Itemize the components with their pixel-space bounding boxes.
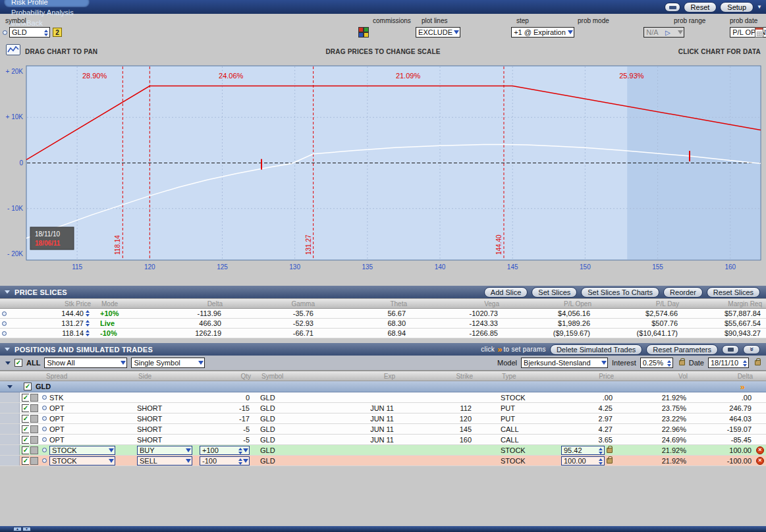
shares-badge[interactable]: 2 — [53, 28, 62, 37]
expand-up-icon[interactable]: ▲ — [13, 527, 22, 531]
spinner-arrows[interactable] — [238, 448, 242, 454]
collapse-panel-button[interactable]: » — [743, 345, 760, 354]
color-swatch-icon[interactable] — [30, 457, 38, 465]
spinner-arrows[interactable] — [238, 458, 242, 465]
date-stepper[interactable]: 18/11/10 — [708, 358, 749, 368]
reorder-button[interactable]: Reorder — [663, 287, 703, 298]
delete-simulated-trades-button[interactable]: Delete Simulated Trades — [550, 344, 642, 355]
row-checkbox[interactable]: ✓ — [22, 425, 29, 433]
color-swatch-icon[interactable] — [30, 425, 38, 433]
spinner-arrows[interactable] — [86, 310, 90, 317]
slice-mode[interactable]: +10% — [95, 309, 134, 318]
strike-cell — [423, 445, 495, 455]
price-stepper[interactable]: 95.42 — [561, 446, 605, 455]
expand-down-icon[interactable]: ▼ — [22, 527, 31, 531]
setup-button[interactable]: Setup — [720, 2, 753, 13]
color-swatch-icon[interactable] — [30, 394, 38, 402]
color-swatch-icon[interactable] — [30, 446, 38, 454]
side-select[interactable]: SELL — [137, 456, 192, 466]
spinner-arrows[interactable] — [599, 458, 603, 465]
price-slice-row[interactable]: 144.40+10%-113.96-35.7656.67-1020.73$4,0… — [0, 309, 766, 319]
slice-mode[interactable]: -10% — [95, 329, 134, 338]
simulated-trade-row[interactable]: ✓STOCKBUY+100GLDSTOCK95.4221.92%100.00× — [0, 445, 766, 456]
symbol-spinner-arrows[interactable] — [44, 30, 48, 36]
play-arrow-icon[interactable]: ▷ — [665, 29, 670, 36]
delete-trade-button[interactable]: × — [756, 446, 764, 454]
set-params-icon[interactable]: » — [497, 345, 501, 354]
collapse-slices-icon[interactable] — [5, 290, 10, 294]
spinner-arrows[interactable] — [743, 360, 747, 367]
row-checkbox[interactable]: ✓ — [22, 404, 29, 412]
bottom-bar: ▲ ▼ — [0, 526, 766, 532]
price-slice-row[interactable]: 118.14-10%1262.19-66.7168.94-1266.85($9,… — [0, 329, 766, 338]
setup-dropdown-arrow-icon[interactable]: ▼ — [757, 4, 762, 10]
position-row[interactable]: ✓OPTSHORT-5GLDJUN 11160CALL3.6524.69%-85… — [0, 435, 766, 445]
price-slice-row[interactable]: 131.27Live466.30-52.9368.30-1243.33$1,98… — [0, 319, 766, 329]
stk-price-stepper[interactable]: 131.27 — [9, 319, 95, 328]
qty-stepper[interactable]: +100 — [200, 446, 250, 455]
set-slices-to-charts-button[interactable]: Set Slices To Charts — [581, 287, 659, 298]
tab-risk-profile[interactable]: Risk Profile — [4, 0, 90, 7]
qty-stepper[interactable]: -100 — [200, 456, 250, 466]
stk-price-stepper[interactable]: 118.14 — [9, 329, 95, 338]
swatch-cell — [29, 435, 40, 444]
commissions-dropdown[interactable]: EXCLUDE — [416, 27, 460, 38]
position-row[interactable]: ✓STK0GLDSTOCK.0021.92%.00 — [0, 392, 766, 403]
commissions-grid-icon[interactable] — [358, 27, 369, 39]
spinner-arrows[interactable] — [86, 320, 90, 327]
row-checkbox[interactable]: ✓ — [22, 457, 29, 465]
price-stepper[interactable]: 100.00 — [561, 456, 605, 466]
print-icon[interactable] — [665, 3, 680, 12]
slice-mode[interactable]: Live — [95, 319, 134, 328]
date-lock-icon[interactable] — [755, 360, 761, 365]
spread-select-value: STOCK — [52, 446, 77, 454]
calendar-icon[interactable] — [755, 27, 763, 38]
collapse-group-icon[interactable] — [7, 385, 13, 388]
dropdown-arrow-icon — [109, 459, 114, 463]
set-slices-button[interactable]: Set Slices — [532, 287, 577, 298]
spinner-arrows[interactable] — [86, 330, 90, 336]
symbol-scope-dropdown[interactable]: Single Symbol — [131, 358, 205, 368]
position-group-row[interactable]: ✓ GLD » — [0, 381, 766, 392]
row-checkbox[interactable]: ✓ — [22, 436, 29, 444]
model-dropdown[interactable]: Bjerksund-Stensland — [521, 358, 608, 368]
probability-label: 28.90% — [82, 72, 107, 80]
position-row[interactable]: ✓OPTSHORT-5GLDJUN 11145CALL4.2722.96%-15… — [0, 424, 766, 435]
group-set-params-icon[interactable]: » — [740, 383, 744, 391]
delete-trade-button[interactable]: × — [756, 457, 764, 465]
delta-cell: -100.00 — [692, 456, 754, 466]
position-row[interactable]: ✓OPTSHORT-17GLDJUN 11120PUT2.9723.22%464… — [0, 413, 766, 424]
step-dropdown[interactable]: N/A — [643, 27, 684, 38]
camera-icon-button[interactable] — [722, 345, 739, 354]
group-checkbox[interactable]: ✓ — [24, 383, 32, 390]
spread-select[interactable]: STOCK — [49, 446, 115, 455]
interest-stepper[interactable]: 0.25% — [640, 358, 673, 368]
spinner-arrows[interactable] — [599, 448, 603, 454]
price-lock-icon[interactable] — [607, 448, 613, 453]
reset-slices-button[interactable]: Reset Slices — [707, 287, 760, 298]
color-swatch-icon[interactable] — [30, 436, 38, 444]
color-swatch-icon[interactable] — [30, 415, 38, 423]
plot-lines-dropdown[interactable]: +1 @ Expiration — [511, 27, 574, 38]
color-swatch-icon[interactable] — [30, 404, 38, 412]
risk-profile-chart[interactable]: 115120125130135140145150155160+ 20K+ 10K… — [0, 61, 766, 286]
all-checkbox[interactable]: ✓ — [14, 359, 22, 367]
side-select[interactable]: BUY — [137, 446, 192, 455]
reset-parameters-button[interactable]: Reset Parameters — [646, 344, 718, 355]
price-lock-icon[interactable] — [607, 458, 613, 464]
row-checkbox[interactable]: ✓ — [22, 446, 29, 454]
simulated-trade-row[interactable]: ✓STOCKSELL-100GLDSTOCK100.0021.92%-100.0… — [0, 456, 766, 466]
show-filter-dropdown[interactable]: Show All — [44, 358, 127, 368]
row-checkbox[interactable]: ✓ — [22, 415, 29, 423]
reset-button[interactable]: Reset — [684, 2, 717, 13]
interest-lock-icon[interactable] — [679, 360, 685, 365]
add-slice-button[interactable]: Add Slice — [484, 287, 528, 298]
collapse-positions-section-icon[interactable] — [5, 348, 10, 351]
row-checkbox[interactable]: ✓ — [22, 394, 29, 402]
collapse-filter-icon[interactable] — [5, 361, 11, 365]
spinner-arrows[interactable] — [667, 360, 671, 367]
symbol-combobox[interactable]: GLD — [9, 27, 50, 38]
spread-select[interactable]: STOCK — [49, 456, 115, 466]
position-row[interactable]: ✓OPTSHORT-15GLDJUN 11112PUT4.2523.75%246… — [0, 403, 766, 413]
stk-price-stepper[interactable]: 144.40 — [9, 309, 95, 318]
